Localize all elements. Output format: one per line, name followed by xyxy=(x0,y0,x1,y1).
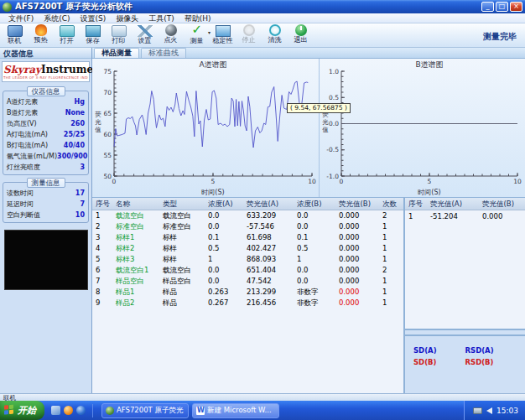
info-label: A道灯元素 xyxy=(7,96,38,107)
menu-item[interactable]: 设置(S) xyxy=(75,13,112,23)
cell-conc-b: 1 xyxy=(297,254,339,265)
info-value: 17 xyxy=(75,188,85,199)
cell-name: 标准空白 xyxy=(116,221,163,232)
settings-icon xyxy=(138,25,153,37)
task-button[interactable]: 新建 Microsoft W... xyxy=(192,403,279,418)
cell-type: 样品 xyxy=(163,287,208,298)
cell-name: 标样2 xyxy=(116,243,163,254)
cell-type: 样品空白 xyxy=(163,276,208,287)
tables-area: 序号名称类型浓度(A)荧光值(A)浓度(B)荧光值(B)次数1载流空白载流空白0… xyxy=(92,198,525,393)
cell-no: 9 xyxy=(96,298,116,309)
window-title: AFS7200T 原子荧光分析软件 xyxy=(15,1,480,13)
menu-bar: 文件(F)系统(C)设置(S)摄像头工具(T)帮助(H) xyxy=(0,13,525,23)
instrument-info-rows: A道灯元素HgB道灯元素None负高压(V)260A灯电流(mA)25/25B灯… xyxy=(7,96,85,173)
cell-fl-a: 651.404 xyxy=(247,265,297,276)
cell-fl-b: 0.000 xyxy=(339,254,382,265)
info-value: 25/25 xyxy=(64,129,85,140)
connect-button[interactable]: 联机 xyxy=(2,24,28,45)
table-header-cell: 序号 xyxy=(96,198,116,210)
toolbar-button-label: 预热 xyxy=(34,36,48,44)
cell-conc-b: 0.1 xyxy=(297,232,339,243)
open-folder-button[interactable]: 打开 xyxy=(54,24,80,45)
save-button[interactable]: 保存 xyxy=(80,24,106,45)
menu-item[interactable]: 文件(F) xyxy=(3,13,39,23)
table-header-cell: 名称 xyxy=(116,198,163,210)
ie-icon[interactable] xyxy=(76,406,86,415)
info-row: 延迟时间7 xyxy=(7,199,85,210)
preheat-button[interactable]: 预热 xyxy=(28,24,54,45)
cell-times: 1 xyxy=(382,276,403,287)
stability-button[interactable]: 稳定性 xyxy=(210,24,236,45)
results-table: 序号名称类型浓度(A)荧光值(A)浓度(B)荧光值(B)次数1载流空白载流空白0… xyxy=(92,198,405,393)
table-row[interactable]: 9样品2样品0.267216.456非数字0.0001 xyxy=(92,298,403,309)
readings-header-cell: 序号 xyxy=(408,198,430,210)
minimize-button[interactable]: _ xyxy=(481,2,494,12)
sd-a-label: SD(A) xyxy=(413,346,465,355)
cell-conc-a: 0.5 xyxy=(208,243,247,254)
table-row[interactable]: 8样品1样品0.263213.299非数字0.0001 xyxy=(92,287,403,298)
cell-fl-b: 0.000 xyxy=(482,210,525,222)
cell-type: 标样 xyxy=(163,232,208,243)
stop-button[interactable]: 停止 xyxy=(236,24,262,45)
info-value: 7 xyxy=(80,199,85,210)
preheat-icon xyxy=(35,24,47,36)
cell-fl-b: 0.000 xyxy=(339,287,382,298)
menu-item[interactable]: 系统(C) xyxy=(39,13,75,23)
readings-header-cell: 荧光值(A) xyxy=(430,198,482,210)
msn-icon[interactable] xyxy=(64,406,73,415)
cell-fl-a: -57.546 xyxy=(247,221,297,232)
show-desktop-icon[interactable] xyxy=(51,406,60,415)
table-row[interactable]: 7样品空白样品空白0.047.5420.00.0001 xyxy=(92,276,403,287)
clean-button[interactable]: 清洗 xyxy=(262,24,288,45)
cell-conc-a: 0.0 xyxy=(208,276,247,287)
exit-button[interactable]: 退出 xyxy=(288,24,314,45)
svg-text:值: 值 xyxy=(95,126,101,133)
tab[interactable]: 样品测量 xyxy=(94,48,139,58)
channel-a-chart[interactable]: 5055606570750510A道谱图时间(S)荧光值 xyxy=(92,59,319,198)
print-button[interactable]: 打印 xyxy=(106,24,132,45)
svg-text:0: 0 xyxy=(340,178,344,185)
volume-tray-icon[interactable] xyxy=(486,407,492,414)
menu-item[interactable]: 摄像头 xyxy=(111,13,143,23)
ignite-button[interactable]: 点火 xyxy=(158,24,184,45)
table-row[interactable]: 5标样3标样1868.09310.0001 xyxy=(92,254,403,265)
tab[interactable]: 标准曲线 xyxy=(141,48,186,58)
main-panel: 样品测量标准曲线 5055606570750510A道谱图时间(S)荧光值 -1… xyxy=(92,48,525,393)
app-icon xyxy=(3,3,12,12)
tab-bar: 样品测量标准曲线 xyxy=(92,48,525,59)
settings-button[interactable]: 设置 xyxy=(132,24,158,45)
task-label: AFS7200T 原子荧光 xyxy=(117,406,183,416)
cell-conc-b: 非数字 xyxy=(297,287,339,298)
table-row[interactable]: 1载流空白载流空白0.0633.2090.00.0002 xyxy=(92,210,403,221)
task-label: 新建 Microsoft W... xyxy=(207,406,272,416)
menu-item[interactable]: 工具(T) xyxy=(143,13,179,23)
table-row[interactable]: 2标准空白标准空白0.0-57.5460.00.0001 xyxy=(92,221,403,232)
cell-fl-b: 0.000 xyxy=(339,243,382,254)
readings-row[interactable]: 1-51.2040.000 xyxy=(405,210,525,222)
cell-conc-a: 0.0 xyxy=(208,210,247,221)
info-row: B灯电流(mA)40/40 xyxy=(7,140,85,151)
display-tray-icon[interactable] xyxy=(473,407,482,414)
toolbar-button-label: 设置 xyxy=(138,37,152,45)
svg-text:0.5: 0.5 xyxy=(329,94,339,101)
svg-text:值: 值 xyxy=(322,126,329,133)
channel-b-chart[interactable]: -1.0-0.50.00.51.00510B道谱图时间(S)荧光值 xyxy=(320,59,524,198)
task-button[interactable]: AFS7200T 原子荧光 xyxy=(101,403,189,418)
cell-conc-a: 0.0 xyxy=(208,265,247,276)
info-label: A灯电流(mA) xyxy=(7,129,48,140)
start-button[interactable]: 开始 xyxy=(0,401,44,420)
task-buttons: AFS7200T 原子荧光新建 Microsoft W... xyxy=(98,403,279,418)
cell-fl-a: 216.456 xyxy=(247,298,297,309)
measure-button[interactable]: 测量▾ xyxy=(184,24,210,45)
title-bar: AFS7200T 原子荧光分析软件 _ □ × xyxy=(0,0,525,13)
info-value: 10 xyxy=(75,210,85,220)
table-header: 序号名称类型浓度(A)荧光值(A)浓度(B)荧光值(B)次数 xyxy=(92,198,403,210)
close-button[interactable]: × xyxy=(510,2,522,12)
restore-button[interactable]: □ xyxy=(496,2,508,12)
table-row[interactable]: 6载流空白1载流空白0.0651.4040.00.0002 xyxy=(92,265,403,276)
cell-conc-b: 0.0 xyxy=(297,276,339,287)
table-row[interactable]: 3标样1标样0.161.6980.10.0001 xyxy=(92,232,403,243)
table-header-cell: 浓度(B) xyxy=(297,198,339,210)
cell-no: 8 xyxy=(96,287,116,298)
table-row[interactable]: 4标样2标样0.5402.4270.50.0001 xyxy=(92,243,403,254)
